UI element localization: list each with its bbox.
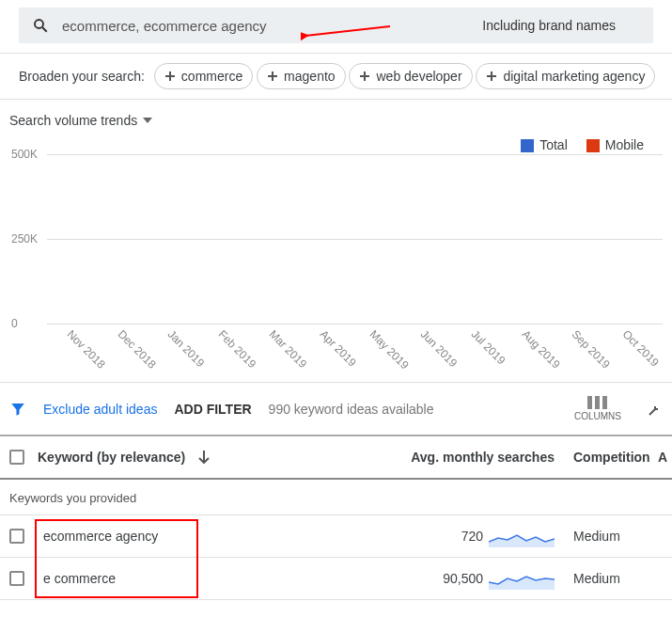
keyword-cell[interactable]: ecommerce agency [43,529,158,544]
svg-rect-11 [587,396,592,409]
row-checkbox[interactable] [9,529,24,544]
broaden-chip-commerce[interactable]: commerce [154,63,253,89]
broaden-label: Broaden your search: [19,69,145,84]
avg-searches-value: 720 [461,529,483,544]
keyword-column-header[interactable]: Keyword (by relevance) [38,450,185,465]
search-volume-trends-title[interactable]: Search volume trends [0,100,672,134]
table-row: e commerce90,500Medium [0,558,672,600]
broaden-chip-web-developer[interactable]: web developer [349,63,472,89]
svg-point-0 [35,20,43,28]
x-axis-label: Jun 2019 [418,328,461,371]
x-axis-label: Nov 2018 [64,328,107,372]
x-axis-label: Sep 2019 [570,328,613,372]
next-column-header: A [658,450,672,465]
x-axis-label: Apr 2019 [317,328,358,370]
x-axis-label: Dec 2018 [115,328,158,372]
x-axis-label: May 2019 [367,328,412,372]
keyword-cell[interactable]: e commerce [43,571,116,586]
svg-rect-12 [595,396,600,409]
competition-cell: Medium [573,529,658,544]
broaden-chip-digital-marketing-agency[interactable]: digital marketing agency [476,63,655,89]
dropdown-caret-icon [143,118,152,123]
sparkline [489,567,555,590]
x-axis-label: Feb 2019 [216,328,259,372]
svg-rect-13 [602,396,607,409]
row-checkbox[interactable] [9,571,24,586]
including-brand-names-label[interactable]: Including brand names [482,18,616,33]
sparkline [489,525,555,547]
chart-area: Total Mobile 0250K500KNov 2018Dec 2018Ja… [0,134,672,324]
table-header-row: Keyword (by relevance) Avg. monthly sear… [0,436,672,480]
plus-icon [359,71,370,82]
competition-cell: Medium [573,571,658,586]
columns-icon [587,396,608,409]
competition-header[interactable]: Competition [573,450,658,465]
x-axis-label: Mar 2019 [266,328,309,372]
x-axis-label: Aug 2019 [519,328,562,372]
keywords-you-provided-label: Keywords you provided [0,480,672,515]
search-icon [32,17,49,34]
filters-row: Exclude adult ideas ADD FILTER 990 keywo… [0,382,672,436]
x-axis-label: Jan 2019 [165,328,208,371]
broaden-chip-magento[interactable]: magento [257,63,345,89]
expand-icon[interactable] [648,402,663,417]
avg-monthly-searches-header[interactable]: Avg. monthly searches [395,450,573,465]
table-row: ecommerce agency720Medium [0,515,672,558]
columns-button[interactable]: COLUMNS [574,396,621,421]
plus-icon [486,71,497,82]
x-axis-label: Jul 2019 [468,328,508,368]
plus-icon [267,71,278,82]
svg-line-1 [42,27,47,32]
broaden-search-row: Broaden your search: commerce magento we… [0,54,672,100]
search-bar[interactable]: ecommerce, ecommerce agency Including br… [19,8,653,43]
x-axis-label: Oct 2019 [620,328,662,370]
bar-chart: 0250K500KNov 2018Dec 2018Jan 2019Feb 201… [47,154,663,324]
plus-icon [164,71,176,82]
sort-arrow-down-icon [198,451,210,464]
chart-legend: Total Mobile [9,134,663,154]
avg-searches-value: 90,500 [443,571,483,586]
add-filter-button[interactable]: ADD FILTER [174,402,251,417]
ideas-available-label: 990 keyword ideas available [269,402,434,417]
filter-icon [9,401,26,418]
select-all-checkbox[interactable] [9,450,24,465]
exclude-adult-ideas-link[interactable]: Exclude adult ideas [43,402,157,417]
